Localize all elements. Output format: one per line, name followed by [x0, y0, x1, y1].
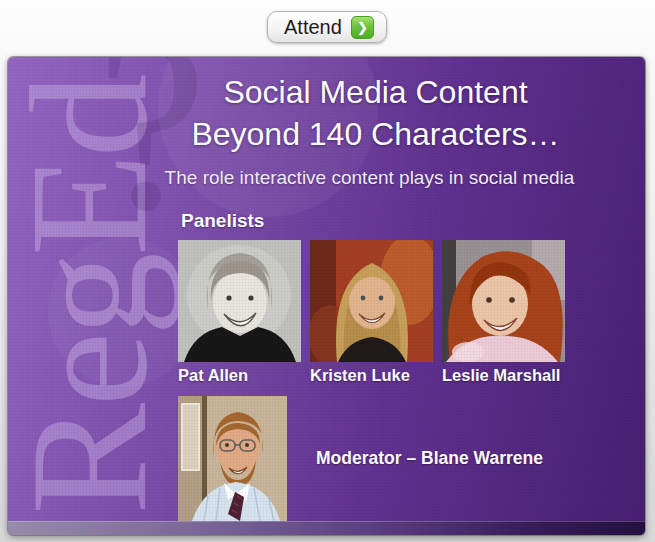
- slide-subtitle: The role interactive content plays in so…: [108, 167, 631, 189]
- panelist-name: Kristen Luke: [310, 366, 433, 385]
- panelist-card-pat-allen: Pat Allen: [178, 240, 301, 385]
- moderator-label: Moderator – Blane Warrene: [316, 448, 543, 469]
- arrow-right-icon: ❯: [351, 16, 374, 39]
- top-toolbar: Attend ❯: [0, 0, 655, 57]
- panelist-name: Pat Allen: [178, 366, 301, 385]
- slide-title-line2: Beyond 140 Characters…: [120, 113, 631, 155]
- kristen-luke-photo: [310, 240, 433, 362]
- panelists-heading: Panelists: [181, 210, 264, 232]
- panelist-name: Leslie Marshall: [442, 366, 565, 385]
- leslie-marshall-photo: [442, 240, 565, 362]
- pat-allen-photo: [178, 240, 301, 362]
- slide-title: Social Media Content Beyond 140 Characte…: [120, 71, 631, 155]
- panelists-photo-row: Pat Allen Kristen Luke: [178, 240, 565, 385]
- panelist-card-kristen-luke: Kristen Luke: [310, 240, 433, 385]
- webinar-slide: RegEd ? Social Media Content Beyond 140 …: [8, 57, 645, 535]
- moderator-row: Moderator – Blane Warrene: [178, 396, 543, 521]
- background-circle-decoration: [48, 237, 198, 387]
- attend-button-label: Attend: [284, 17, 342, 37]
- blane-warrene-photo: [178, 396, 287, 521]
- attend-button[interactable]: Attend ❯: [267, 11, 387, 43]
- panelist-card-leslie-marshall: Leslie Marshall: [442, 240, 565, 385]
- slide-title-line1: Social Media Content: [120, 71, 631, 113]
- slide-footer-bar: [8, 521, 645, 535]
